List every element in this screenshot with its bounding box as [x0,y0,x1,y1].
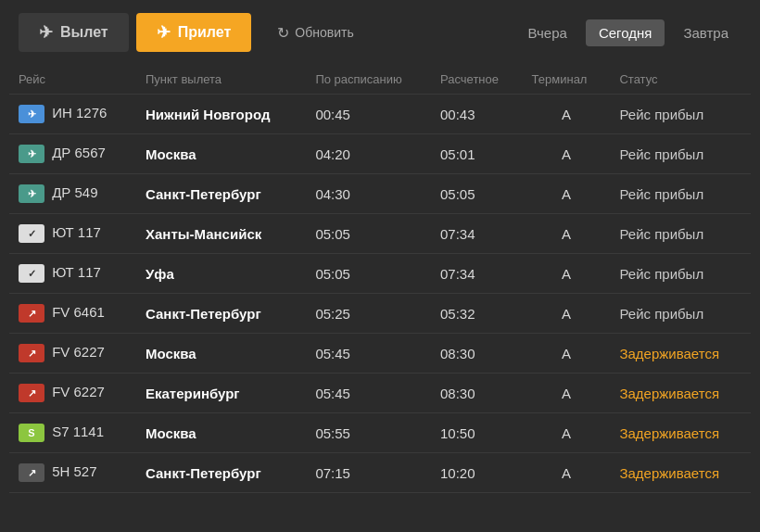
flights-table: Рейс Пункт вылета По расписанию Расчетно… [9,65,751,493]
status-cell: Рейс прибыл [610,294,751,334]
status-cell: Рейс прибыл [610,174,751,214]
table-row[interactable]: ✈ ИН 1276 Нижний Новгород 00:45 00:43 A … [9,95,751,134]
flight-cell: ✈ ИН 1276 [9,95,136,134]
airline-icon: ↗ [19,304,44,323]
airline-icon: ✈ [19,145,44,163]
estimated-time: 08:30 [431,334,523,374]
flight-number: FV 6461 [52,304,105,320]
table-row[interactable]: ✓ ЮТ 117 Ханты-Мансийск 05:05 07:34 A Ре… [9,214,751,254]
refresh-icon: ↻ [277,24,289,42]
today-button[interactable]: Сегодня [586,19,665,46]
scheduled-time: 05:25 [306,294,431,334]
flight-number: 5H 527 [52,463,96,479]
table-row[interactable]: ✈ ДР 549 Санкт-Петербург 04:30 05:05 A Р… [9,174,751,214]
scheduled-time: 05:45 [306,334,431,374]
terminal-cell: A [523,254,611,294]
terminal-cell: A [523,374,611,413]
tab-arrive-label: Прилет [178,24,232,41]
yesterday-button[interactable]: Вчера [515,19,580,46]
status-cell: Рейс прибыл [610,254,751,294]
airline-icon: S [19,424,44,442]
flight-cell: ↗ FV 6227 [9,334,136,374]
airline-icon: ✈ [19,184,44,203]
col-estimated: Расчетное [431,65,523,95]
flight-cell: ✈ ДР 6567 [9,134,136,174]
tomorrow-button[interactable]: Завтра [670,19,741,46]
table-row[interactable]: S S7 1141 Москва 05:55 10:50 A Задержива… [9,413,751,453]
airline-icon: ✓ [19,264,44,283]
origin-cell: Ханты-Мансийск [136,214,306,254]
terminal-cell: A [523,453,611,493]
col-origin: Пункт вылета [136,65,306,95]
estimated-time: 10:50 [431,413,523,453]
estimated-time: 10:20 [431,453,523,493]
scheduled-time: 04:30 [306,174,431,214]
status-cell: Задерживается [610,374,751,413]
flight-number: ЮТ 117 [52,264,101,280]
estimated-time: 07:34 [431,254,523,294]
origin-cell: Москва [136,334,306,374]
origin-cell: Москва [136,134,306,174]
refresh-label: Обновить [295,25,353,40]
origin-cell: Санкт-Петербург [136,174,306,214]
flight-number: S7 1141 [52,424,104,439]
flights-body: ✈ ИН 1276 Нижний Новгород 00:45 00:43 A … [9,95,751,493]
scheduled-time: 05:05 [306,254,431,294]
day-navigation: Вчера Сегодня Завтра [515,19,741,46]
terminal-cell: A [523,413,611,453]
scheduled-time: 05:05 [306,214,431,254]
origin-cell: Москва [136,413,306,453]
flight-cell: ↗ FV 6461 [9,294,136,334]
table-row[interactable]: ↗ FV 6227 Москва 05:45 08:30 A Задержива… [9,334,751,374]
table-row[interactable]: ↗ FV 6461 Санкт-Петербург 05:25 05:32 A … [9,294,751,334]
terminal-cell: A [523,95,611,134]
refresh-button[interactable]: ↻ Обновить [277,24,353,42]
estimated-time: 08:30 [431,374,523,413]
arrive-icon: ✈ [157,22,171,43]
col-terminal: Терминал [523,65,611,95]
col-status: Статус [610,65,751,95]
airline-icon: ↗ [19,344,44,362]
scheduled-time: 04:20 [306,134,431,174]
estimated-time: 07:34 [431,214,523,254]
estimated-time: 00:43 [431,95,523,134]
terminal-cell: A [523,134,611,174]
flight-cell: S S7 1141 [9,413,136,453]
flight-number: ДР 6567 [52,145,106,160]
col-flight: Рейс [9,65,136,95]
airline-icon: ↗ [19,384,44,402]
table-row[interactable]: ✓ ЮТ 117 Уфа 05:05 07:34 A Рейс прибыл [9,254,751,294]
flight-cell: ↗ FV 6227 [9,374,136,413]
terminal-cell: A [523,294,611,334]
terminal-cell: A [523,174,611,214]
status-cell: Рейс прибыл [610,214,751,254]
table-row[interactable]: ✈ ДР 6567 Москва 04:20 05:01 A Рейс приб… [9,134,751,174]
flights-table-container: Рейс Пункт вылета По расписанию Расчетно… [0,65,760,502]
flight-cell: ↗ 5H 527 [9,453,136,493]
terminal-cell: A [523,334,611,374]
status-cell: Рейс прибыл [610,95,751,134]
origin-cell: Екатеринбург [136,374,306,413]
flight-cell: ✓ ЮТ 117 [9,254,136,294]
origin-cell: Нижний Новгород [136,95,306,134]
flight-number: FV 6227 [52,384,105,399]
tab-depart-label: Вылет [60,24,108,41]
flight-number: FV 6227 [52,344,105,360]
header: ✈ Вылет ✈ Прилет ↻ Обновить Вчера Сегодн… [0,0,760,65]
flight-number: ДР 549 [52,184,97,200]
origin-cell: Санкт-Петербург [136,453,306,493]
tab-depart-button[interactable]: ✈ Вылет [19,13,129,52]
status-cell: Рейс прибыл [610,134,751,174]
flight-number: ИН 1276 [52,105,107,120]
flight-number: ЮТ 117 [52,224,101,240]
airline-icon: ✈ [19,105,44,123]
table-row[interactable]: ↗ 5H 527 Санкт-Петербург 07:15 10:20 A З… [9,453,751,493]
terminal-cell: A [523,214,611,254]
flight-cell: ✈ ДР 549 [9,174,136,214]
col-scheduled: По расписанию [306,65,431,95]
scheduled-time: 05:45 [306,374,431,413]
status-cell: Задерживается [610,334,751,374]
tab-arrive-button[interactable]: ✈ Прилет [136,13,252,52]
flight-cell: ✓ ЮТ 117 [9,214,136,254]
table-row[interactable]: ↗ FV 6227 Екатеринбург 05:45 08:30 A Зад… [9,374,751,413]
